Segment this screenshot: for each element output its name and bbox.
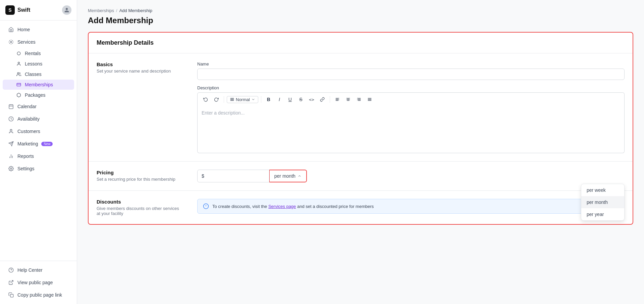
- frequency-label: per month: [274, 173, 296, 179]
- price-input[interactable]: [206, 173, 265, 179]
- svg-point-3: [17, 73, 19, 74]
- frequency-dropdown-button[interactable]: per month: [269, 170, 307, 182]
- customers-icon: [8, 128, 14, 134]
- sidebar-item-settings[interactable]: Settings: [3, 163, 74, 175]
- format-dropdown-label: Normal: [236, 97, 250, 102]
- justify-button[interactable]: [365, 95, 374, 104]
- discounts-section: Discounts Give members discounts on othe…: [89, 191, 633, 224]
- page-title: Add Membership: [88, 16, 633, 25]
- breadcrumb-current: Add Membership: [119, 8, 152, 13]
- chevron-up-icon: [298, 174, 302, 178]
- sidebar-item-classes[interactable]: Classes: [3, 69, 74, 79]
- underline-button[interactable]: U: [285, 95, 295, 104]
- sidebar-item-services[interactable]: Services: [3, 36, 74, 48]
- align-center-button[interactable]: [343, 95, 353, 104]
- pricing-label: Pricing: [97, 170, 184, 175]
- dropdown-item-per-month[interactable]: per month: [581, 196, 624, 208]
- svg-point-1: [17, 52, 20, 55]
- description-placeholder: Enter a description...: [202, 110, 245, 116]
- sidebar-item-label: Calendar: [17, 104, 37, 109]
- group-icon: [16, 72, 21, 77]
- sidebar-sub-label: Rentals: [25, 51, 41, 56]
- bold-button[interactable]: B: [264, 95, 273, 104]
- svg-rect-6: [9, 105, 13, 109]
- name-input[interactable]: [197, 69, 625, 80]
- dropdown-item-per-year[interactable]: per year: [581, 208, 624, 220]
- sidebar-item-copypublic[interactable]: Copy public page link: [3, 289, 74, 301]
- sidebar-item-home[interactable]: Home: [3, 24, 74, 36]
- format-dropdown[interactable]: Normal: [227, 96, 258, 103]
- sidebar-item-calendar[interactable]: Calendar: [3, 100, 74, 113]
- discounts-info-banner: To create discounts, visit the Services …: [197, 199, 625, 214]
- sidebar-sub-label: Classes: [25, 72, 42, 77]
- sidebar-item-label: Marketing: [17, 141, 38, 146]
- sidebar-item-label: Customers: [17, 129, 40, 134]
- sidebar-item-rentals[interactable]: Rentals: [3, 48, 74, 58]
- basics-left: Basics Set your service name and descrip…: [97, 61, 184, 153]
- currency-symbol: $: [202, 173, 204, 179]
- price-input-wrapper: $: [197, 170, 269, 182]
- app-name: Swift: [17, 7, 59, 13]
- sidebar-item-marketing[interactable]: Marketing New: [3, 138, 74, 150]
- discount-info-text: To create discounts, visit the Services …: [212, 204, 374, 209]
- editor-toolbar: Normal B I U S <>: [197, 92, 625, 106]
- discount-info-pre: To create discounts, visit the: [212, 204, 267, 209]
- person-icon: [16, 61, 21, 67]
- toolbar-separator-3: [330, 96, 330, 103]
- main-content: Memberships / Add Membership Add Members…: [77, 0, 644, 304]
- reports-icon: [8, 153, 14, 159]
- sidebar-item-reports[interactable]: Reports: [3, 150, 74, 162]
- svg-point-11: [10, 129, 12, 131]
- sidebar-bottom: Help Center View public page Copy public…: [0, 261, 77, 304]
- sidebar-sub-label: Packages: [25, 92, 45, 98]
- link-button[interactable]: [318, 95, 327, 104]
- italic-button[interactable]: I: [275, 95, 284, 104]
- svg-point-17: [10, 168, 12, 169]
- pricing-row: $ per month per week per month per year: [197, 170, 625, 182]
- description-field-group: Description: [197, 85, 625, 153]
- sidebar-item-memberships[interactable]: Memberships: [3, 80, 74, 90]
- description-editor[interactable]: Enter a description...: [197, 106, 625, 153]
- basics-section: Basics Set your service name and descrip…: [89, 53, 633, 162]
- user-avatar[interactable]: [62, 5, 71, 15]
- app-logo: S: [5, 5, 15, 15]
- description-label: Description: [197, 85, 625, 90]
- strikethrough-button[interactable]: S: [296, 95, 306, 104]
- sidebar-item-lessons[interactable]: Lessons: [3, 59, 74, 69]
- dropdown-item-per-week[interactable]: per week: [581, 184, 624, 196]
- sidebar-item-label: Reports: [17, 154, 34, 159]
- sidebar-item-availability[interactable]: Availability: [3, 113, 74, 125]
- discounts-desc: Give members discounts on other services…: [97, 206, 184, 216]
- redo-button[interactable]: [212, 95, 221, 104]
- sidebar-item-label: Availability: [17, 116, 40, 122]
- undo-button[interactable]: [201, 95, 210, 104]
- settings-icon: [8, 166, 14, 172]
- align-left-button[interactable]: [333, 95, 342, 104]
- sidebar-item-viewpublic[interactable]: View public page: [3, 276, 74, 289]
- circle-icon: [16, 51, 21, 56]
- code-button[interactable]: <>: [307, 95, 316, 104]
- basics-right: Name Description: [197, 61, 625, 153]
- svg-rect-21: [10, 294, 13, 297]
- sidebar-item-customers[interactable]: Customers: [3, 125, 74, 137]
- pricing-desc: Set a recurring price for this membershi…: [97, 177, 184, 182]
- sidebar-item-label: Help Center: [17, 267, 43, 273]
- pricing-left: Pricing Set a recurring price for this m…: [97, 170, 184, 182]
- main-nav: Home Services Rentals Lessons Cl: [0, 20, 77, 178]
- align-right-button[interactable]: [354, 95, 364, 104]
- breadcrumb: Memberships / Add Membership: [88, 8, 633, 13]
- breadcrumb-parent[interactable]: Memberships: [88, 8, 114, 13]
- sidebar-item-label: Home: [17, 27, 30, 32]
- discount-info-post: and set a discounted price for members: [297, 204, 374, 209]
- pricing-section: Pricing Set a recurring price for this m…: [89, 162, 633, 191]
- sidebar: S Swift Home Services Rentals: [0, 0, 77, 304]
- discounts-right: To create discounts, visit the Services …: [197, 199, 625, 216]
- sidebar-item-packages[interactable]: Packages: [3, 90, 74, 100]
- sidebar-item-label: Services: [17, 39, 36, 45]
- breadcrumb-separator: /: [116, 8, 117, 13]
- discount-info-link[interactable]: Services page: [268, 204, 296, 209]
- basics-desc: Set your service name and description: [97, 69, 184, 74]
- sidebar-item-help[interactable]: Help Center: [3, 264, 74, 276]
- toolbar-separator: [224, 96, 224, 103]
- sidebar-item-label: Settings: [17, 166, 35, 171]
